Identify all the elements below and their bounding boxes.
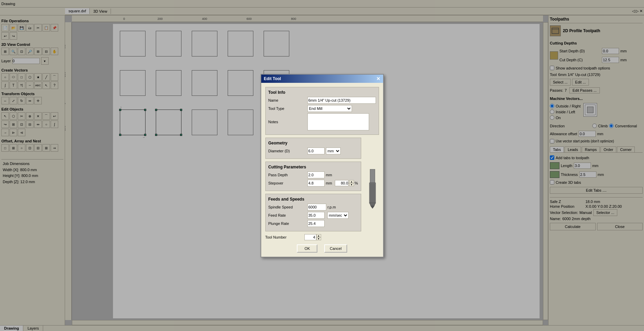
tool-type-row: Tool Type End Mill [268,105,376,112]
geometry-section: Geometry Diameter (D) mm inch [265,138,361,159]
svg-marker-23 [371,206,374,208]
stepover-pct-stepper: ▲ ▼ % [335,180,358,186]
spindle-unit: r.p.m [328,205,336,209]
tool-number-up-btn[interactable]: ▲ [316,234,321,237]
plunge-rate-input[interactable] [307,220,325,227]
spindle-row: Spindle Speed r.p.m [268,204,358,211]
feed-rate-row: Feed Rate mm/sec mm/min [268,212,358,219]
tool-name-row: Name [268,97,376,104]
feeds-speeds-section: Feeds and Speeds Spindle Speed r.p.m Fee… [265,194,361,231]
cutting-params-title: Cutting Parameters [268,165,358,169]
stepover-pct-down-btn[interactable]: ▼ [349,183,354,186]
tool-info-section: Tool Info Name Tool Type End Mill Notes [265,87,379,135]
pass-depth-input[interactable] [307,171,325,178]
spindle-label: Spindle Speed [268,205,306,209]
modal-buttons: OK Cancel [265,244,379,253]
notes-row: Notes [268,113,376,130]
modal-overlay: Edit Tool ✕ Tool Info Name Tool Type End… [0,0,644,331]
feeds-speeds-title: Feeds and Speeds [268,197,358,202]
tool-number-label: Tool Number [265,235,303,239]
tool-type-select[interactable]: End Mill [307,105,352,112]
diameter-unit-select[interactable]: mm inch [326,148,341,154]
diameter-label: Diameter (D) [268,149,306,153]
plunge-rate-row: Plunge Rate [268,220,358,227]
modal-title-text: Edit Tool [264,76,281,81]
pass-depth-unit: mm [326,173,332,177]
spindle-input[interactable] [307,204,326,211]
stepover-pct-unit: % [355,181,358,185]
tool-number-stepper: ▲ ▼ [304,234,321,240]
stepover-row: Stepover mm ▲ ▼ % [268,180,358,187]
tool-name-input[interactable] [307,97,376,104]
tool-number-input[interactable] [304,234,316,240]
notes-input[interactable] [307,113,369,130]
tool-number-down-btn[interactable]: ▼ [316,237,321,240]
feed-rate-input[interactable] [307,212,325,219]
cancel-button[interactable]: Cancel [324,244,347,253]
tool-image [364,138,381,242]
geometry-title: Geometry [268,141,358,145]
geometry-left: Geometry Diameter (D) mm inch Cutting [265,138,361,242]
modal-body: Tool Info Name Tool Type End Mill Notes [261,83,383,257]
stepover-pct-input[interactable] [335,180,349,186]
diameter-input[interactable] [307,148,325,154]
tool-number-row: Tool Number ▲ ▼ [265,234,361,240]
feed-unit-select[interactable]: mm/sec mm/min [327,212,349,219]
cutting-params-section: Cutting Parameters Pass Depth mm Stepove… [265,162,361,191]
stepover-pct-buttons: ▲ ▼ [349,180,354,186]
diameter-row: Diameter (D) mm inch [268,148,358,154]
svg-marker-22 [369,203,376,206]
edit-tool-dialog: Edit Tool ✕ Tool Info Name Tool Type End… [261,74,384,257]
stepover-label: Stepover [268,181,306,185]
stepover-input[interactable] [307,180,325,187]
tool-info-title: Tool Info [268,90,376,95]
tool-number-stepper-buttons: ▲ ▼ [316,234,321,240]
stepover-pct-up-btn[interactable]: ▲ [349,180,354,183]
geometry-image-row: Geometry Diameter (D) mm inch Cutting [265,138,379,242]
modal-close-btn[interactable]: ✕ [376,76,380,81]
ok-button[interactable]: OK [297,244,317,253]
tool-type-label: Tool Type [268,106,306,111]
stepover-unit: mm [326,181,332,185]
feed-rate-label: Feed Rate [268,213,306,217]
svg-rect-15 [370,169,375,183]
tool-name-label: Name [268,98,306,102]
notes-label: Notes [268,120,306,124]
plunge-rate-label: Plunge Rate [268,221,306,226]
pass-depth-label: Pass Depth [268,173,306,177]
modal-title-bar: Edit Tool ✕ [261,75,383,83]
pass-depth-row: Pass Depth mm [268,171,358,178]
